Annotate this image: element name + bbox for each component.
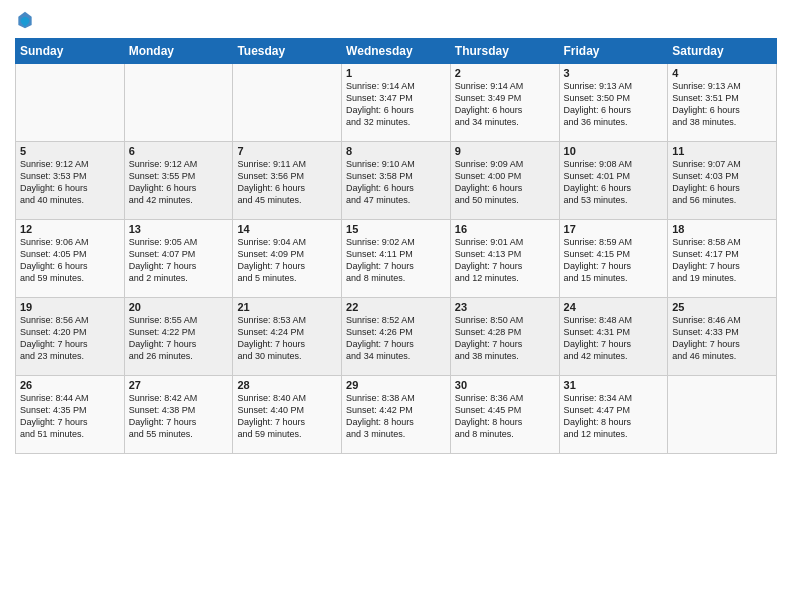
calendar-cell: 5Sunrise: 9:12 AM Sunset: 3:53 PM Daylig…	[16, 142, 125, 220]
week-row-2: 5Sunrise: 9:12 AM Sunset: 3:53 PM Daylig…	[16, 142, 777, 220]
cell-content: Sunrise: 9:01 AM Sunset: 4:13 PM Dayligh…	[455, 236, 555, 285]
day-number: 2	[455, 67, 555, 79]
day-number: 31	[564, 379, 664, 391]
calendar-cell: 18Sunrise: 8:58 AM Sunset: 4:17 PM Dayli…	[668, 220, 777, 298]
calendar-cell: 8Sunrise: 9:10 AM Sunset: 3:58 PM Daylig…	[342, 142, 451, 220]
cell-content: Sunrise: 8:50 AM Sunset: 4:28 PM Dayligh…	[455, 314, 555, 363]
cell-content: Sunrise: 9:14 AM Sunset: 3:49 PM Dayligh…	[455, 80, 555, 129]
header	[15, 10, 777, 30]
day-number: 25	[672, 301, 772, 313]
day-header-tuesday: Tuesday	[233, 39, 342, 64]
cell-content: Sunrise: 9:12 AM Sunset: 3:55 PM Dayligh…	[129, 158, 229, 207]
calendar-cell: 6Sunrise: 9:12 AM Sunset: 3:55 PM Daylig…	[124, 142, 233, 220]
cell-content: Sunrise: 8:53 AM Sunset: 4:24 PM Dayligh…	[237, 314, 337, 363]
cell-content: Sunrise: 8:38 AM Sunset: 4:42 PM Dayligh…	[346, 392, 446, 441]
cell-content: Sunrise: 8:59 AM Sunset: 4:15 PM Dayligh…	[564, 236, 664, 285]
day-number: 22	[346, 301, 446, 313]
cell-content: Sunrise: 8:46 AM Sunset: 4:33 PM Dayligh…	[672, 314, 772, 363]
day-number: 18	[672, 223, 772, 235]
day-number: 24	[564, 301, 664, 313]
calendar-cell: 23Sunrise: 8:50 AM Sunset: 4:28 PM Dayli…	[450, 298, 559, 376]
day-number: 10	[564, 145, 664, 157]
day-number: 16	[455, 223, 555, 235]
day-header-monday: Monday	[124, 39, 233, 64]
cell-content: Sunrise: 9:11 AM Sunset: 3:56 PM Dayligh…	[237, 158, 337, 207]
cell-content: Sunrise: 9:05 AM Sunset: 4:07 PM Dayligh…	[129, 236, 229, 285]
day-number: 8	[346, 145, 446, 157]
cell-content: Sunrise: 9:08 AM Sunset: 4:01 PM Dayligh…	[564, 158, 664, 207]
calendar-cell: 24Sunrise: 8:48 AM Sunset: 4:31 PM Dayli…	[559, 298, 668, 376]
calendar-cell	[668, 376, 777, 454]
cell-content: Sunrise: 9:12 AM Sunset: 3:53 PM Dayligh…	[20, 158, 120, 207]
day-number: 3	[564, 67, 664, 79]
calendar-cell	[16, 64, 125, 142]
day-number: 4	[672, 67, 772, 79]
cell-content: Sunrise: 9:10 AM Sunset: 3:58 PM Dayligh…	[346, 158, 446, 207]
week-row-5: 26Sunrise: 8:44 AM Sunset: 4:35 PM Dayli…	[16, 376, 777, 454]
day-number: 20	[129, 301, 229, 313]
header-row: SundayMondayTuesdayWednesdayThursdayFrid…	[16, 39, 777, 64]
cell-content: Sunrise: 8:56 AM Sunset: 4:20 PM Dayligh…	[20, 314, 120, 363]
day-number: 21	[237, 301, 337, 313]
day-number: 26	[20, 379, 120, 391]
calendar-cell: 11Sunrise: 9:07 AM Sunset: 4:03 PM Dayli…	[668, 142, 777, 220]
day-header-wednesday: Wednesday	[342, 39, 451, 64]
calendar-cell: 7Sunrise: 9:11 AM Sunset: 3:56 PM Daylig…	[233, 142, 342, 220]
cell-content: Sunrise: 8:55 AM Sunset: 4:22 PM Dayligh…	[129, 314, 229, 363]
day-number: 28	[237, 379, 337, 391]
calendar-cell: 1Sunrise: 9:14 AM Sunset: 3:47 PM Daylig…	[342, 64, 451, 142]
day-number: 1	[346, 67, 446, 79]
day-number: 30	[455, 379, 555, 391]
logo-icon	[15, 10, 35, 30]
day-number: 6	[129, 145, 229, 157]
cell-content: Sunrise: 9:09 AM Sunset: 4:00 PM Dayligh…	[455, 158, 555, 207]
cell-content: Sunrise: 9:02 AM Sunset: 4:11 PM Dayligh…	[346, 236, 446, 285]
calendar-cell: 16Sunrise: 9:01 AM Sunset: 4:13 PM Dayli…	[450, 220, 559, 298]
calendar-cell: 3Sunrise: 9:13 AM Sunset: 3:50 PM Daylig…	[559, 64, 668, 142]
cell-content: Sunrise: 8:52 AM Sunset: 4:26 PM Dayligh…	[346, 314, 446, 363]
cell-content: Sunrise: 8:44 AM Sunset: 4:35 PM Dayligh…	[20, 392, 120, 441]
calendar-cell: 4Sunrise: 9:13 AM Sunset: 3:51 PM Daylig…	[668, 64, 777, 142]
calendar-cell: 2Sunrise: 9:14 AM Sunset: 3:49 PM Daylig…	[450, 64, 559, 142]
day-number: 11	[672, 145, 772, 157]
cell-content: Sunrise: 8:40 AM Sunset: 4:40 PM Dayligh…	[237, 392, 337, 441]
day-number: 27	[129, 379, 229, 391]
day-header-thursday: Thursday	[450, 39, 559, 64]
calendar-cell: 19Sunrise: 8:56 AM Sunset: 4:20 PM Dayli…	[16, 298, 125, 376]
calendar-cell: 31Sunrise: 8:34 AM Sunset: 4:47 PM Dayli…	[559, 376, 668, 454]
calendar-cell: 9Sunrise: 9:09 AM Sunset: 4:00 PM Daylig…	[450, 142, 559, 220]
calendar-cell	[233, 64, 342, 142]
day-header-sunday: Sunday	[16, 39, 125, 64]
cell-content: Sunrise: 9:13 AM Sunset: 3:51 PM Dayligh…	[672, 80, 772, 129]
calendar-cell: 10Sunrise: 9:08 AM Sunset: 4:01 PM Dayli…	[559, 142, 668, 220]
cell-content: Sunrise: 8:48 AM Sunset: 4:31 PM Dayligh…	[564, 314, 664, 363]
calendar-cell: 26Sunrise: 8:44 AM Sunset: 4:35 PM Dayli…	[16, 376, 125, 454]
calendar-cell: 28Sunrise: 8:40 AM Sunset: 4:40 PM Dayli…	[233, 376, 342, 454]
day-number: 17	[564, 223, 664, 235]
day-number: 5	[20, 145, 120, 157]
calendar-cell	[124, 64, 233, 142]
calendar-container: SundayMondayTuesdayWednesdayThursdayFrid…	[0, 0, 792, 464]
cell-content: Sunrise: 8:34 AM Sunset: 4:47 PM Dayligh…	[564, 392, 664, 441]
cell-content: Sunrise: 8:36 AM Sunset: 4:45 PM Dayligh…	[455, 392, 555, 441]
day-header-saturday: Saturday	[668, 39, 777, 64]
cell-content: Sunrise: 9:14 AM Sunset: 3:47 PM Dayligh…	[346, 80, 446, 129]
week-row-1: 1Sunrise: 9:14 AM Sunset: 3:47 PM Daylig…	[16, 64, 777, 142]
cell-content: Sunrise: 9:04 AM Sunset: 4:09 PM Dayligh…	[237, 236, 337, 285]
cell-content: Sunrise: 8:42 AM Sunset: 4:38 PM Dayligh…	[129, 392, 229, 441]
day-number: 9	[455, 145, 555, 157]
day-number: 7	[237, 145, 337, 157]
calendar-cell: 27Sunrise: 8:42 AM Sunset: 4:38 PM Dayli…	[124, 376, 233, 454]
cell-content: Sunrise: 9:13 AM Sunset: 3:50 PM Dayligh…	[564, 80, 664, 129]
calendar-cell: 25Sunrise: 8:46 AM Sunset: 4:33 PM Dayli…	[668, 298, 777, 376]
calendar-cell: 29Sunrise: 8:38 AM Sunset: 4:42 PM Dayli…	[342, 376, 451, 454]
day-number: 14	[237, 223, 337, 235]
logo	[15, 10, 39, 30]
calendar-table: SundayMondayTuesdayWednesdayThursdayFrid…	[15, 38, 777, 454]
week-row-4: 19Sunrise: 8:56 AM Sunset: 4:20 PM Dayli…	[16, 298, 777, 376]
calendar-cell: 12Sunrise: 9:06 AM Sunset: 4:05 PM Dayli…	[16, 220, 125, 298]
calendar-cell: 30Sunrise: 8:36 AM Sunset: 4:45 PM Dayli…	[450, 376, 559, 454]
cell-content: Sunrise: 9:06 AM Sunset: 4:05 PM Dayligh…	[20, 236, 120, 285]
cell-content: Sunrise: 8:58 AM Sunset: 4:17 PM Dayligh…	[672, 236, 772, 285]
calendar-cell: 14Sunrise: 9:04 AM Sunset: 4:09 PM Dayli…	[233, 220, 342, 298]
